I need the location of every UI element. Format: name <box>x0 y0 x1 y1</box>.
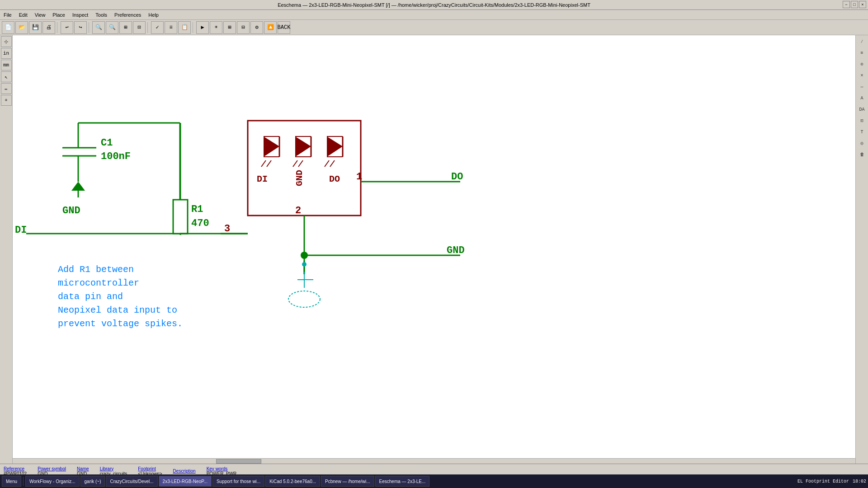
svg-marker-6 <box>71 182 85 191</box>
zoom-reset-button[interactable]: ⊡ <box>133 21 146 34</box>
svg-text:DI: DI <box>257 174 268 184</box>
netlist-button[interactable]: ≡ <box>165 21 177 34</box>
svg-text:R1: R1 <box>191 204 203 215</box>
svg-text:GND: GND <box>447 245 465 256</box>
menu-edit[interactable]: Edit <box>15 10 31 19</box>
bus-tool[interactable]: ≡ <box>857 47 868 58</box>
taskbar-eeschema[interactable]: Eeschema — 2x3-LE... <box>375 476 430 487</box>
taskbar-menu[interactable]: Menu <box>2 476 21 487</box>
draw-tool[interactable]: ✏ <box>1 83 12 94</box>
svg-point-52 <box>302 262 307 267</box>
label-tool[interactable]: × <box>857 70 868 81</box>
save-button[interactable]: 💾 <box>29 21 42 34</box>
svg-text:2: 2 <box>295 205 301 216</box>
svg-text:C1: C1 <box>101 137 113 149</box>
footprint-editor-label: EL Footprint Editor <box>797 479 849 484</box>
text-tool[interactable]: T <box>857 127 868 137</box>
svg-text:Neopixel data input to: Neopixel data input to <box>58 305 177 315</box>
right-toolbar: ∕ ≡ ⊙ × — A DA ⊡ T ◎ 🗑 <box>855 35 868 478</box>
taskbar-2x3-neopixel[interactable]: 2x3-LED-RGB-NeoP... <box>159 476 212 487</box>
power-tool[interactable]: A <box>857 93 868 103</box>
taskbar-right: EL Footprint Editor 18:02 <box>797 479 866 484</box>
print-button[interactable]: 🖨 <box>42 21 55 34</box>
image-tool[interactable]: ◎ <box>857 138 868 149</box>
script-button[interactable]: ⚙ <box>250 21 263 34</box>
bom-button[interactable]: 📋 <box>178 21 191 34</box>
svg-text:microcontroller: microcontroller <box>58 278 139 288</box>
taskbar-support[interactable]: Support for those wi... <box>212 476 264 487</box>
svg-point-55 <box>288 291 320 307</box>
maximize-button[interactable]: □ <box>851 1 858 8</box>
zoom-fit-button[interactable]: ⊞ <box>119 21 132 34</box>
redo-button[interactable]: ↪ <box>74 21 87 34</box>
field-button[interactable]: ⊟ <box>237 21 250 34</box>
wire-tool[interactable]: in <box>1 48 12 59</box>
footprint-label[interactable]: Footprint <box>138 466 162 471</box>
menu-view[interactable]: View <box>31 10 49 19</box>
name-label[interactable]: Name <box>77 466 89 471</box>
highlight-button[interactable]: ☀ <box>210 21 222 34</box>
menu-bar: File Edit View Place Inspect Tools Prefe… <box>0 10 868 20</box>
title-bar: Eeschema — 2x3-LED-RGB-Mini-Neopixel-SMT… <box>0 0 868 10</box>
menu-inspect[interactable]: Inspect <box>69 10 92 19</box>
svg-text:data pin and: data pin and <box>58 291 123 302</box>
svg-text:DO: DO <box>329 174 340 184</box>
hier-button[interactable]: 🔼 <box>264 21 277 34</box>
menu-help[interactable]: Help <box>145 10 162 19</box>
menu-file[interactable]: File <box>0 10 15 19</box>
noconn-tool[interactable]: DA <box>857 104 868 115</box>
select-tool[interactable]: ⊹ <box>1 36 12 47</box>
svg-text:DI: DI <box>15 225 27 236</box>
svg-text:470: 470 <box>191 218 209 229</box>
measure-tool[interactable]: mm <box>1 60 12 70</box>
svg-text:DO: DO <box>451 171 463 183</box>
back-button[interactable]: BACK <box>278 21 290 34</box>
grid-button[interactable]: ⊞ <box>223 21 236 34</box>
menu-place[interactable]: Place <box>49 10 69 19</box>
close-button[interactable]: × <box>859 1 866 8</box>
left-toolbar: ⊹ in mm ↖ ✏ + <box>0 35 13 478</box>
svg-rect-13 <box>173 200 188 234</box>
svg-text:prevent voltage spikes.: prevent voltage spikes. <box>58 319 183 329</box>
taskbar-kicad[interactable]: KiCad 5.0.2-bee76a0... <box>265 476 320 487</box>
menu-preferences[interactable]: Preferences <box>111 10 145 19</box>
run-button[interactable]: ▶ <box>196 21 209 34</box>
horizontal-scrollbar[interactable] <box>13 458 855 464</box>
menu-tools[interactable]: Tools <box>92 10 111 19</box>
svg-text:GND: GND <box>62 205 80 216</box>
wire-rt-tool[interactable]: ∕ <box>857 36 868 47</box>
main-toolbar: 📄 📂 💾 🖨 ↩ ↪ 🔍 🔍 ⊞ ⊡ ✓ ≡ 📋 ▶ ☀ ⊞ ⊟ ⚙ 🔼 BA… <box>0 20 868 35</box>
taskbar-time: 18:02 <box>853 479 866 484</box>
new-button[interactable]: 📄 <box>2 21 14 34</box>
svg-text:Add R1 between: Add R1 between <box>58 264 134 275</box>
scroll-thumb[interactable] <box>216 459 261 464</box>
svg-text:GND: GND <box>294 170 305 186</box>
delete-tool[interactable]: 🗑 <box>857 149 868 160</box>
zoom-in-button[interactable]: 🔍 <box>92 21 105 34</box>
undo-button[interactable]: ↩ <box>61 21 73 34</box>
junction-tool[interactable]: ⊙ <box>857 59 868 70</box>
taskbar-crazy[interactable]: CrazyCircuits/Devel... <box>106 476 157 487</box>
svg-text:3: 3 <box>224 223 230 235</box>
taskbar-garik[interactable]: garik (~) <box>80 476 105 487</box>
erc-button[interactable]: ✓ <box>151 21 164 34</box>
zoom-out-button[interactable]: 🔍 <box>106 21 118 34</box>
svg-text:100nF: 100nF <box>101 151 131 162</box>
taskbar-pcbnew[interactable]: Pcbnew — /home/wi... <box>321 476 374 487</box>
reference-label[interactable]: Reference <box>4 466 27 471</box>
minimize-button[interactable]: − <box>843 1 850 8</box>
cursor-tool[interactable]: ↖ <box>1 71 12 82</box>
type-label[interactable]: Power symbol <box>38 466 66 471</box>
symbol-tool[interactable]: — <box>857 81 868 92</box>
schematic-canvas[interactable]: C1 100nF GND DI R1 470 <box>13 35 855 464</box>
svg-text:1: 1 <box>356 171 362 183</box>
keywords-label[interactable]: Key words <box>207 466 237 471</box>
description-label[interactable]: Description <box>173 469 196 474</box>
taskbar-workflowy[interactable]: WorkFlowy - Organiz... <box>25 476 80 487</box>
library-label[interactable]: Library <box>100 466 127 471</box>
title-text: Eeschema — 2x3-LED-RGB-Mini-Neopixel-SMT… <box>278 2 590 8</box>
add-tool[interactable]: + <box>1 95 12 106</box>
open-button[interactable]: 📂 <box>15 21 28 34</box>
sheet-tool[interactable]: ⊡ <box>857 115 868 126</box>
schematic-svg: C1 100nF GND DI R1 470 <box>13 35 855 464</box>
